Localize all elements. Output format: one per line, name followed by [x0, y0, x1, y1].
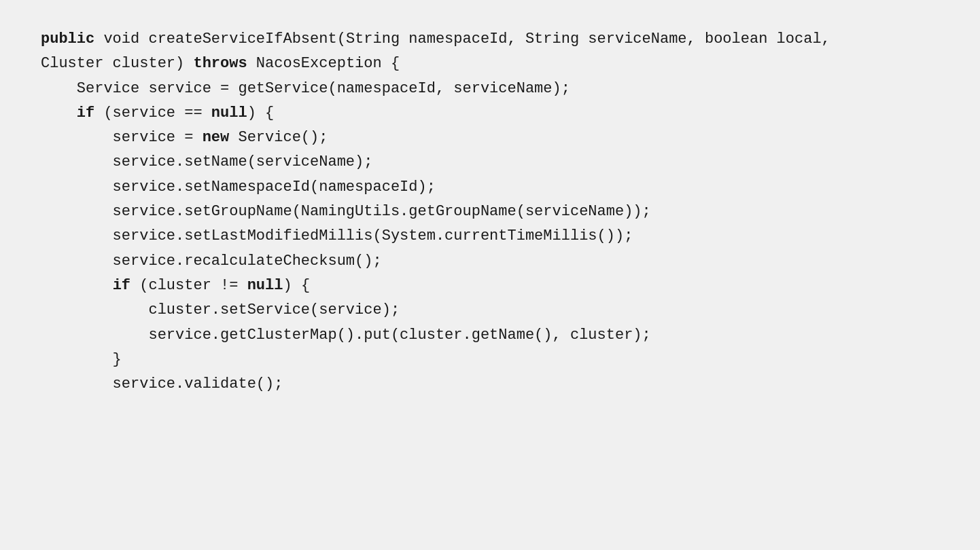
- code-line: service.setName(serviceName);: [41, 150, 939, 175]
- keyword-token: if: [113, 277, 130, 294]
- code-token: (service ==: [94, 105, 211, 122]
- code-line: Cluster cluster) throws NacosException {: [41, 52, 939, 76]
- code-token: service.getClusterMap().put(cluster.getN…: [41, 327, 651, 344]
- code-token: void createServiceIfAbsent(String namesp…: [94, 31, 830, 48]
- code-block: public void createServiceIfAbsent(String…: [41, 27, 939, 397]
- code-token: cluster.setService(service);: [41, 301, 400, 318]
- code-line: if (cluster != null) {: [41, 274, 939, 298]
- code-token: ) {: [247, 105, 275, 122]
- keyword-token: new: [203, 129, 230, 146]
- code-token: service.recalculateChecksum();: [41, 253, 382, 270]
- code-token: ) {: [283, 277, 310, 294]
- code-token: }: [41, 351, 122, 368]
- code-token: service.validate();: [41, 375, 283, 392]
- code-line: }: [41, 348, 939, 372]
- keyword-token: null: [247, 277, 283, 294]
- code-line: if (service == null) {: [41, 101, 939, 126]
- code-token: service.setNamespaceId(namespaceId);: [41, 179, 436, 196]
- code-token: [41, 277, 113, 294]
- code-token: Service service = getService(namespaceId…: [41, 80, 570, 97]
- code-container: public void createServiceIfAbsent(String…: [0, 0, 980, 550]
- code-line: service.getClusterMap().put(cluster.getN…: [41, 323, 939, 348]
- code-line: service.setNamespaceId(namespaceId);: [41, 175, 939, 200]
- code-line: service.setLastModifiedMillis(System.cur…: [41, 224, 939, 249]
- code-token: [41, 105, 77, 122]
- code-token: service =: [41, 129, 203, 146]
- code-line: service.setGroupName(NamingUtils.getGrou…: [41, 200, 939, 224]
- code-token: service.setGroupName(NamingUtils.getGrou…: [41, 203, 651, 220]
- code-line: service.validate();: [41, 372, 939, 397]
- code-line: cluster.setService(service);: [41, 298, 939, 323]
- code-token: service.setName(serviceName);: [41, 153, 372, 170]
- code-line: Service service = getService(namespaceId…: [41, 77, 939, 101]
- keyword-token: if: [77, 105, 94, 122]
- code-line: service.recalculateChecksum();: [41, 249, 939, 274]
- code-token: Cluster cluster): [41, 55, 193, 72]
- keyword-token: public: [41, 31, 94, 48]
- code-line: public void createServiceIfAbsent(String…: [41, 27, 939, 52]
- code-token: (cluster !=: [130, 277, 247, 294]
- code-token: Service();: [229, 129, 328, 146]
- keyword-token: null: [211, 105, 247, 122]
- code-token: service.setLastModifiedMillis(System.cur…: [41, 227, 633, 244]
- code-line: service = new Service();: [41, 126, 939, 150]
- keyword-token: throws: [193, 55, 247, 72]
- code-token: NacosException {: [247, 55, 400, 72]
